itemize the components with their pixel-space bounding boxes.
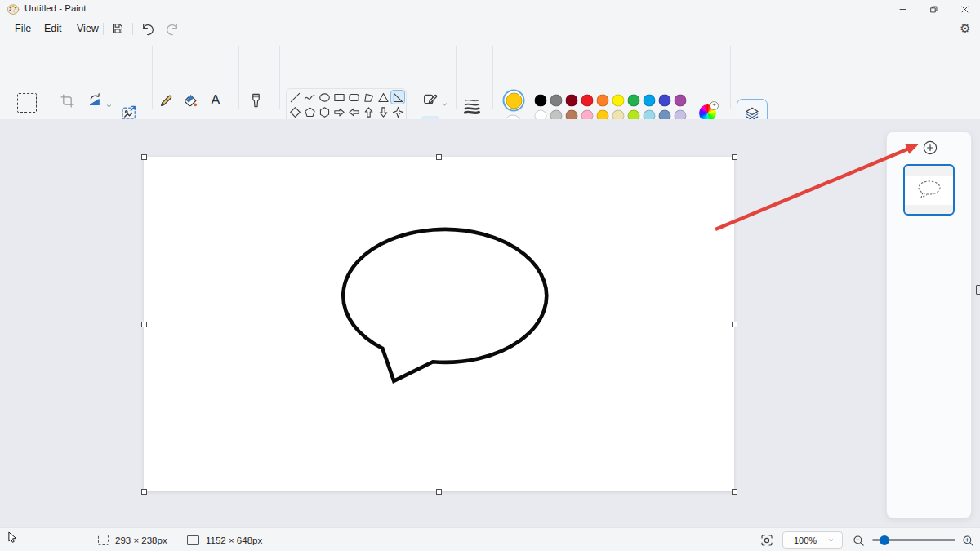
mouse-cursor-icon xyxy=(8,531,19,547)
paint-app-window: Untitled - Paint FileEditView ⚙ Selectio… xyxy=(0,0,980,551)
shape-rounded-rectangle[interactable] xyxy=(346,90,361,104)
add-layer-button[interactable] xyxy=(922,140,938,155)
speech-bubble-drawing xyxy=(144,157,734,491)
shape-line[interactable] xyxy=(287,90,302,104)
shape-polygon[interactable] xyxy=(361,90,376,104)
color1-swatch xyxy=(506,92,522,109)
shape-triangle[interactable] xyxy=(376,90,390,104)
size-button[interactable] xyxy=(464,98,480,114)
titlebar: Untitled - Paint xyxy=(0,0,980,18)
window-title: Untitled - Paint xyxy=(24,3,86,13)
selection-size-icon xyxy=(98,535,109,545)
undo-button[interactable] xyxy=(137,20,157,38)
menubar: FileEditView ⚙ xyxy=(0,18,980,39)
settings-gear-icon[interactable]: ⚙ xyxy=(956,20,975,38)
ribbon-divider xyxy=(238,46,239,109)
selection-tool-button[interactable] xyxy=(17,93,37,113)
shape-arrow-down[interactable] xyxy=(376,104,390,119)
canvas-resize-handle[interactable] xyxy=(141,322,147,327)
zoom-level-dropdown[interactable]: 100% xyxy=(782,531,843,549)
ribbon-divider xyxy=(730,46,731,109)
redo-button[interactable] xyxy=(163,20,182,38)
ribbon-divider xyxy=(152,46,153,109)
color-swatch-000000[interactable] xyxy=(535,95,547,107)
color-swatch-880015[interactable] xyxy=(566,95,578,107)
color1-selector[interactable] xyxy=(503,90,525,112)
zoom-in-button[interactable] xyxy=(960,533,975,548)
drawing-canvas[interactable] xyxy=(144,157,734,491)
brushes-button[interactable] xyxy=(247,90,264,111)
chevron-down-icon xyxy=(827,535,835,545)
menubar-divider xyxy=(132,23,133,35)
fill-tool-button[interactable] xyxy=(181,91,199,109)
chevron-down-icon[interactable] xyxy=(441,96,448,111)
close-button[interactable] xyxy=(949,0,980,18)
zoom-level-value: 100% xyxy=(794,535,817,545)
statusbar: 293 × 238px 1152 × 648px 100% xyxy=(0,527,980,551)
shape-pentagon[interactable] xyxy=(302,104,317,119)
canvas-resize-handle[interactable] xyxy=(436,489,442,495)
color-swatch-00a2e8[interactable] xyxy=(644,95,656,107)
fit-to-screen-button[interactable] xyxy=(760,533,774,548)
plus-badge-icon: + xyxy=(710,101,719,110)
shape-outline-button[interactable] xyxy=(421,90,439,108)
statusbar-divider xyxy=(176,534,176,545)
canvas-resize-handle[interactable] xyxy=(141,489,147,495)
ribbon-divider xyxy=(456,46,457,109)
canvas-resize-handle[interactable] xyxy=(436,154,442,160)
chevron-down-icon[interactable] xyxy=(105,98,113,113)
save-button[interactable] xyxy=(108,20,127,38)
shape-rectangle[interactable] xyxy=(332,90,346,104)
workspace xyxy=(0,119,980,527)
selection-size-value: 293 × 238px xyxy=(115,535,167,545)
window-edge-gripper[interactable] xyxy=(976,285,980,295)
canvas-resize-handle[interactable] xyxy=(732,154,737,160)
zoom-out-button[interactable] xyxy=(851,533,866,548)
color-swatch-22b14c[interactable] xyxy=(628,95,640,107)
crop-button[interactable] xyxy=(58,91,76,109)
shape-star-four[interactable] xyxy=(390,104,405,119)
canvas-resize-handle[interactable] xyxy=(732,489,737,495)
menu-item-file[interactable]: File xyxy=(7,20,39,37)
color-swatch-3f48cc[interactable] xyxy=(659,95,671,107)
text-tool-button[interactable]: A xyxy=(207,91,225,109)
color-swatch-ff7f27[interactable] xyxy=(597,95,609,107)
shape-oval[interactable] xyxy=(317,90,332,104)
menu-item-edit[interactable]: Edit xyxy=(36,20,70,37)
layer-thumbnail[interactable] xyxy=(903,164,955,216)
ribbon-divider xyxy=(492,46,493,109)
rotate-button[interactable] xyxy=(86,91,104,109)
canvas-size-status: 1152 × 648px xyxy=(187,528,262,551)
selection-size-status: 293 × 238px xyxy=(98,528,167,551)
shape-right-triangle[interactable] xyxy=(390,90,405,104)
shape-hexagon[interactable] xyxy=(317,104,332,119)
text-tool-icon: A xyxy=(211,92,220,109)
ribbon-divider xyxy=(51,46,51,109)
layer-thumbnail-bubble xyxy=(905,166,953,214)
pencil-tool-button[interactable] xyxy=(157,91,175,109)
color-swatch-7f7f7f[interactable] xyxy=(550,95,563,107)
shape-arrow-up[interactable] xyxy=(361,104,376,119)
color-swatch-a349a4[interactable] xyxy=(675,95,687,107)
color-swatch-ed1c24[interactable] xyxy=(581,95,594,107)
layers-panel xyxy=(886,131,972,518)
menu-item-view[interactable]: View xyxy=(69,20,107,37)
ribbon-toolbar: Selection Image A Tools Brushes Shapes S… xyxy=(0,39,980,120)
canvas-size-icon xyxy=(187,535,199,545)
shape-diamond[interactable] xyxy=(287,104,302,119)
shape-arrow-left[interactable] xyxy=(346,104,361,119)
restore-button[interactable] xyxy=(918,0,949,18)
ribbon-divider xyxy=(279,46,280,109)
color-swatch-fff200[interactable] xyxy=(612,95,625,107)
canvas-size-value: 1152 × 648px xyxy=(206,535,262,545)
menubar-divider xyxy=(103,23,104,35)
canvas-resize-handle[interactable] xyxy=(732,322,737,327)
shape-arrow-right[interactable] xyxy=(332,104,346,119)
shape-curve[interactable] xyxy=(302,90,317,104)
paint-logo-icon xyxy=(7,2,20,19)
minimize-button[interactable] xyxy=(887,0,918,18)
zoom-slider-thumb[interactable] xyxy=(880,535,889,545)
canvas-resize-handle[interactable] xyxy=(141,154,147,160)
